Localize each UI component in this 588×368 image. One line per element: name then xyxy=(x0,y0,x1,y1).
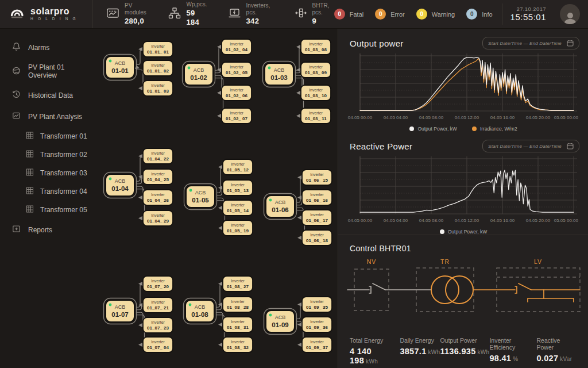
inverter-node-01_09_35[interactable]: Inverter01_09_ 35 xyxy=(302,297,332,312)
stat-daily-energy: Daily Energy 3857.1kWh xyxy=(400,337,440,365)
daterange-picker-reactive[interactable]: Start Date/Time — End Date/Time xyxy=(482,140,579,152)
status-dot xyxy=(109,304,112,306)
sidebar-item-reports[interactable]: Reports xyxy=(0,219,92,240)
inverter-node-01_05_13[interactable]: Inverter01_05_ 13 xyxy=(223,180,253,195)
inverter-node-01_05_14[interactable]: Inverter01_05_ 14 xyxy=(223,200,253,216)
transformer-symbol[interactable] xyxy=(431,276,473,304)
inverter-node-01_08_32[interactable]: Inverter01_08_ 32 xyxy=(223,337,253,352)
inverter-id-label: 01_02_ 07 xyxy=(226,116,247,121)
sidebar-item-alarms[interactable]: Alarms xyxy=(0,37,92,58)
alert-info[interactable]: 0 Info xyxy=(466,9,492,20)
inverter-node-01_06_16[interactable]: Inverter01_06_ 16 xyxy=(302,190,332,205)
stat-unit: kWh xyxy=(428,349,440,355)
inverter-node-01_09_37[interactable]: Inverter01_09_ 37 xyxy=(302,337,332,352)
info-count-badge[interactable]: 0 xyxy=(466,9,477,20)
inverter-node-01_08_27[interactable]: Inverter01_08_ 27 xyxy=(223,276,253,292)
status-dot xyxy=(268,67,271,70)
acb-node-01-03[interactable]: ACB01-03 xyxy=(263,62,296,87)
inverter-node-01_02_06[interactable]: Inverter01_02_ 06 xyxy=(222,85,252,101)
alert-error[interactable]: 0 Error xyxy=(375,9,404,20)
connector-line xyxy=(215,47,221,71)
inverter-node-01_04_25[interactable]: Inverter01_04_ 25 xyxy=(143,169,173,185)
inverter-node-01_03_08[interactable]: Inverter01_03_ 08 xyxy=(301,39,331,55)
inverter-id-label: 01_09_ 36 xyxy=(306,325,328,330)
stat-total-energy: Total Energy 4 140 198kWh xyxy=(350,337,400,365)
sidebar-item-pv-plant-overview[interactable]: PV Plant 01 Overview xyxy=(0,58,92,85)
stat-output-power: Output Power 1136.935kWh xyxy=(440,337,489,365)
acb-node-01-07[interactable]: ACB01-07 xyxy=(104,298,137,324)
alert-label: Fatal xyxy=(350,11,363,18)
inverter-node-01_01_02[interactable]: Inverter01_01_ 02 xyxy=(143,60,173,76)
inverter-node-01_01_03[interactable]: Inverter01_01_ 03 xyxy=(143,80,173,96)
stat-value: 3857.1 xyxy=(400,347,426,356)
inverter-node-01_06_18[interactable]: Inverter01_06_ 18 xyxy=(302,230,332,246)
acb-node-01-08[interactable]: ACB01-08 xyxy=(184,298,216,324)
inverter-type-label: Inverter xyxy=(231,279,245,283)
user-avatar[interactable] xyxy=(560,4,580,24)
inverter-type-label: Inverter xyxy=(151,172,165,176)
sidebar-item-label: Transformer 01 xyxy=(40,132,87,140)
inverter-type-label: Inverter xyxy=(310,340,324,344)
calendar-icon xyxy=(567,143,574,150)
acb-node-01-09[interactable]: ACB01-09 xyxy=(264,309,297,335)
inverter-node-01_02_04[interactable]: Inverter01_02_ 04 xyxy=(222,39,252,55)
stat-label: Wp,pcs. xyxy=(186,1,207,9)
inverter-type-label: Inverter xyxy=(230,42,243,46)
inverter-type-label: Inverter xyxy=(230,88,243,92)
inverter-node-01_07_23[interactable]: Inverter01_07_ 23 xyxy=(143,317,173,333)
sidebar-item-transformer-03[interactable]: Transformer 03 xyxy=(0,164,92,182)
inverter-node-01_08_28[interactable]: Inverter01_08_ 28 xyxy=(223,297,253,312)
daterange-picker-output[interactable]: Start Date/Time — End Date/Time xyxy=(482,37,579,49)
inverter-id-label: 01_07_ 20 xyxy=(147,284,169,289)
inverter-node-01_02_07[interactable]: Inverter01_02_ 07 xyxy=(222,108,252,124)
control-stats-row: Total Energy 4 140 198kWh Daily Energy 3… xyxy=(346,324,581,365)
connector-line xyxy=(136,284,142,308)
inverter-node-01_09_36[interactable]: Inverter01_09_ 36 xyxy=(302,317,332,332)
inverter-node-01_03_09[interactable]: Inverter01_03_ 09 xyxy=(301,62,331,78)
inverter-node-01_03_11[interactable]: Inverter01_03_ 11 xyxy=(301,108,331,124)
inverter-node-01_06_15[interactable]: Inverter01_06_ 15 xyxy=(302,170,332,185)
inverter-node-01_04_22[interactable]: Inverter01_04_ 22 xyxy=(143,148,173,164)
inverter-type-label: Inverter xyxy=(151,83,165,87)
inverter-node-01_05_12[interactable]: Inverter01_05_ 12 xyxy=(223,159,253,175)
inverter-node-01_02_05[interactable]: Inverter01_02_ 05 xyxy=(222,62,252,78)
sidebar-item-transformer-05[interactable]: Transformer 05 xyxy=(0,201,92,219)
alert-warning[interactable]: 0 Warning xyxy=(416,9,455,20)
stat-label: PV modules xyxy=(125,2,148,17)
connector-line xyxy=(216,284,222,308)
inverter-node-01_07_20[interactable]: Inverter01_07_ 20 xyxy=(143,276,173,292)
inverter-node-01_07_04[interactable]: Inverter01_07_ 04 xyxy=(143,337,173,352)
inverter-id-label: 01_05_ 13 xyxy=(227,188,249,193)
inverter-node-01_01_01[interactable]: Inverter01_01_ 01 xyxy=(143,41,173,57)
inverter-node-01_03_10[interactable]: Inverter01_03_ 10 xyxy=(301,85,331,101)
acb-node-01-06[interactable]: ACB01-06 xyxy=(264,194,297,220)
alert-fatal[interactable]: 0 Fatal xyxy=(334,9,363,20)
acb-node-01-05[interactable]: ACB01-05 xyxy=(184,184,217,210)
acb-node-01-02[interactable]: ACB01-02 xyxy=(183,62,215,87)
fatal-count-badge[interactable]: 0 xyxy=(334,9,345,20)
sidebar-item-transformer-01[interactable]: Transformer 01 xyxy=(0,127,92,145)
acb-node-01-04[interactable]: ACB01-04 xyxy=(104,172,137,198)
output-power-chart: 04.05 00:0004.05 04:0004.05 08:0004.05 1… xyxy=(346,52,581,122)
inverter-node-01_07_21[interactable]: Inverter01_07_ 21 xyxy=(143,297,173,313)
sidebar-item-transformer-04[interactable]: Transformer 04 xyxy=(0,182,92,201)
warning-count-badge[interactable]: 0 xyxy=(416,9,427,20)
x-tick-label: 04.05 04:00 xyxy=(384,115,408,120)
error-count-badge[interactable]: 0 xyxy=(375,9,386,20)
lv-switch-symbol[interactable] xyxy=(473,283,580,302)
inverter-id-label: 01_08_ 32 xyxy=(227,345,249,350)
inverter-node-01_05_19[interactable]: Inverter01_05_ 19 xyxy=(223,220,253,236)
plant-topology-area: ACB01-01Inverter01_01_ 01Inverter01_01_ … xyxy=(92,29,338,368)
nv-breaker-symbol[interactable] xyxy=(347,283,431,293)
inverter-node-01_06_17[interactable]: Inverter01_06_ 17 xyxy=(302,210,332,225)
inverter-node-01_08_31[interactable]: Inverter01_08_ 31 xyxy=(223,317,253,332)
sidebar: Alarms PV Plant 01 Overview Historical D… xyxy=(0,29,92,368)
sidebar-item-pv-plant-analysis[interactable]: PV Plant Analysis xyxy=(0,106,92,127)
sidebar-item-transformer-02[interactable]: Transformer 02 xyxy=(0,145,92,164)
inverter-node-01_04_29[interactable]: Inverter01_04_ 29 xyxy=(143,210,173,226)
sidebar-item-historical-data[interactable]: Historical Data xyxy=(0,85,92,106)
acb-node-01-01[interactable]: ACB01-01 xyxy=(104,55,137,80)
inverter-node-01_04_26[interactable]: Inverter01_04_ 26 xyxy=(143,190,173,205)
lv-section-label: LV xyxy=(534,258,542,265)
connector-line xyxy=(136,156,142,182)
